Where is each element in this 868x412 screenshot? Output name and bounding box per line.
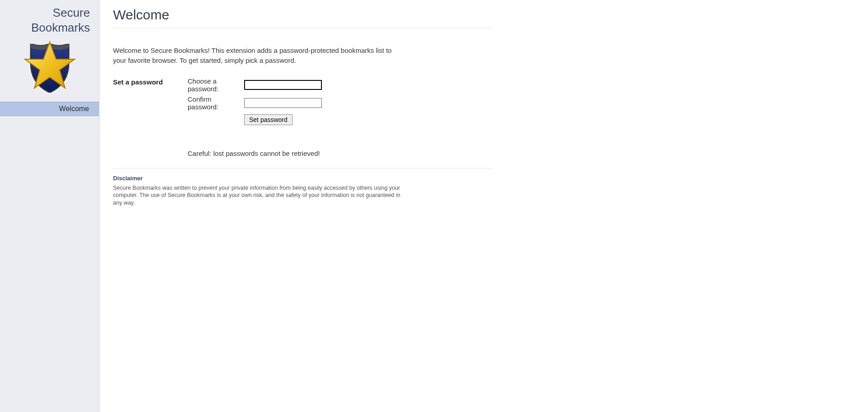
app-title: Secure Bookmarks [0,0,99,35]
confirm-password-input[interactable] [244,98,322,108]
form-section-label: Set a password [113,77,188,128]
confirm-password-label: Confirm password: [188,95,244,111]
logo-container [0,35,99,102]
disclaimer-text: Secure Bookmarks was written to prevent … [113,184,402,207]
choose-password-label: Choose a password: [188,77,244,93]
intro-text: Welcome to Secure Bookmarks! This extens… [113,28,393,77]
svg-marker-0 [25,42,75,88]
page-title: Welcome [113,7,493,28]
star-icon [23,39,77,94]
sidebar-item-welcome[interactable]: Welcome [0,102,99,116]
disclaimer-section: Disclaimer Secure Bookmarks was written … [113,169,493,207]
set-password-button[interactable]: Set password [244,114,292,125]
sidebar: Secure Bookmarks [0,0,99,412]
password-warning: Careful: lost passwords cannot be retrie… [113,137,493,157]
shield-star-icon [23,39,77,94]
choose-password-input[interactable] [244,80,322,90]
disclaimer-heading: Disclaimer [113,175,493,184]
main-content: Welcome Welcome to Secure Bookmarks! Thi… [99,0,506,412]
password-form: Set a password Choose a password: Confir… [113,77,493,137]
